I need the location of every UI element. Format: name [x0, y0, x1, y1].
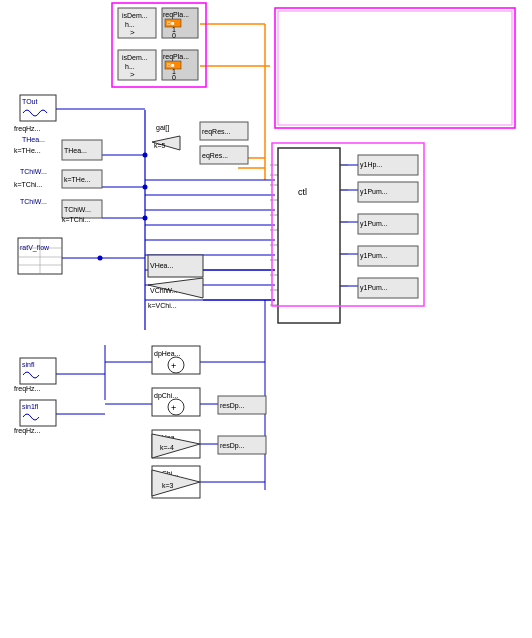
- svg-text:reqPla...: reqPla...: [163, 11, 189, 19]
- svg-rect-98: [278, 148, 340, 323]
- svg-text:k=VChi...: k=VChi...: [148, 302, 177, 309]
- svg-point-43: [143, 185, 148, 190]
- svg-text:k=TChi...: k=TChi...: [14, 181, 42, 188]
- svg-text:ctl: ctl: [298, 187, 307, 197]
- svg-text:TChiW...: TChiW...: [64, 206, 91, 213]
- svg-text:0: 0: [172, 32, 176, 39]
- svg-text:h...: h...: [125, 63, 135, 70]
- svg-text:sin1fl: sin1fl: [22, 403, 39, 410]
- svg-rect-1: [278, 11, 512, 125]
- svg-text:>: >: [130, 70, 135, 79]
- svg-text:freqHz...: freqHz...: [14, 427, 41, 435]
- svg-text:y1Pum...: y1Pum...: [360, 188, 388, 196]
- svg-text:k=TChi...: k=TChi...: [62, 216, 90, 223]
- svg-text:resDp...: resDp...: [220, 402, 245, 410]
- svg-text:sinfl: sinfl: [22, 361, 35, 368]
- svg-text:k=3: k=3: [162, 482, 174, 489]
- svg-rect-0: [275, 8, 515, 128]
- svg-text:resDp...: resDp...: [220, 442, 245, 450]
- svg-text:TChiW...: TChiW...: [20, 168, 47, 175]
- svg-text:>: >: [130, 28, 135, 37]
- svg-text:TOut: TOut: [22, 98, 37, 105]
- svg-text:gai[]: gai[]: [156, 124, 169, 132]
- svg-text:k=THe...: k=THe...: [64, 176, 91, 183]
- svg-text:k=THe...: k=THe...: [14, 147, 41, 154]
- svg-text:freqHz...: freqHz...: [14, 385, 41, 393]
- diagram-container: isDem... h... > isDem... h... > reqPla..…: [0, 0, 532, 638]
- svg-text:TChiW...: TChiW...: [20, 198, 47, 205]
- svg-text:reqPla...: reqPla...: [163, 53, 189, 61]
- svg-text:y1Pum...: y1Pum...: [360, 252, 388, 260]
- svg-text:reqRes...: reqRes...: [202, 128, 230, 136]
- svg-text:y1Hp...: y1Hp...: [360, 161, 382, 169]
- svg-text:k=5: k=5: [154, 142, 166, 149]
- svg-text:freqHz...: freqHz...: [14, 125, 41, 133]
- svg-text:THea...: THea...: [22, 136, 45, 143]
- svg-text:isDem...: isDem...: [122, 54, 148, 61]
- diagram-svg: isDem... h... > isDem... h... > reqPla..…: [0, 0, 532, 638]
- svg-text:+: +: [171, 403, 176, 413]
- svg-text:y1Pum...: y1Pum...: [360, 284, 388, 292]
- svg-text:y1Pum...: y1Pum...: [360, 220, 388, 228]
- svg-text:isDem...: isDem...: [122, 12, 148, 19]
- svg-point-42: [143, 153, 148, 158]
- svg-text:VChiW...: VChiW...: [150, 287, 177, 294]
- svg-text:h...: h...: [125, 21, 135, 28]
- svg-text:k=-4: k=-4: [160, 444, 174, 451]
- svg-point-44: [143, 216, 148, 221]
- svg-text:VHea...: VHea...: [150, 262, 173, 269]
- svg-text:0: 0: [172, 74, 176, 81]
- svg-text:+: +: [171, 361, 176, 371]
- svg-text:THea...: THea...: [64, 147, 87, 154]
- svg-text:eqRes...: eqRes...: [202, 152, 228, 160]
